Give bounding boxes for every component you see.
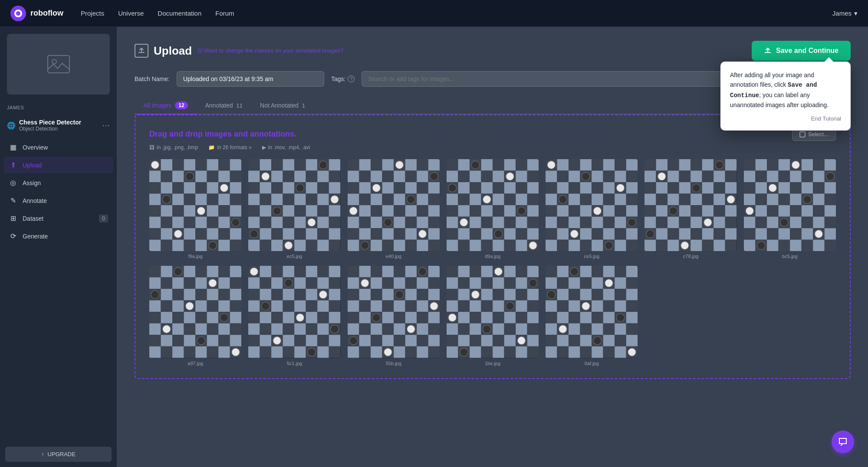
image-cell[interactable]: 55b.jpg [348, 266, 440, 366]
svg-rect-855 [592, 346, 603, 358]
svg-rect-35 [149, 205, 161, 217]
want-to-change-link[interactable]: ⓪ Want to change the classes on your ann… [197, 47, 343, 55]
nav-forum[interactable]: Forum [215, 8, 234, 19]
save-continue-button[interactable]: Save and Continue [752, 41, 851, 61]
svg-rect-594 [329, 278, 341, 289]
annotate-label: Annotate [23, 197, 47, 204]
sidebar-item-annotate[interactable]: ✎ Annotate [3, 192, 113, 209]
svg-rect-310 [580, 182, 592, 194]
svg-rect-773 [470, 335, 481, 347]
image-cell[interactable]: d9a.jpg [447, 159, 539, 259]
svg-rect-658 [428, 266, 440, 278]
svg-rect-299 [546, 171, 557, 183]
project-info[interactable]: 🌐 Chess Piece Detector Object Detection … [0, 114, 117, 137]
tab-annotated[interactable]: Annotated 11 [197, 97, 251, 114]
nav-universe[interactable]: Universe [118, 8, 144, 19]
svg-rect-516 [161, 278, 173, 289]
svg-rect-253 [470, 205, 481, 217]
svg-rect-475 [744, 217, 756, 229]
nav-documentation[interactable]: Documentation [158, 8, 201, 19]
sidebar-item-generate[interactable]: ⟳ Generate [3, 228, 113, 245]
svg-rect-458 [824, 182, 836, 194]
tags-help-icon[interactable]: ? [348, 75, 355, 82]
svg-rect-188 [359, 217, 371, 229]
image-cell[interactable]: 1be.jpg [447, 266, 539, 366]
image-cell[interactable]: a97.jpg [149, 266, 241, 366]
svg-rect-724 [458, 266, 470, 278]
svg-rect-105 [317, 194, 329, 206]
image-cell[interactable]: ce5.jpg [546, 159, 638, 259]
svg-rect-393 [714, 194, 726, 206]
svg-rect-86 [283, 171, 295, 183]
tab-not-annotated[interactable]: Not Annotated 1 [251, 97, 314, 114]
image-cell[interactable]: f9a.jpg [149, 159, 241, 259]
svg-rect-678 [382, 300, 394, 312]
svg-rect-367 [691, 159, 703, 171]
svg-rect-608 [306, 300, 318, 312]
svg-rect-846 [580, 335, 592, 347]
end-tutorial-link[interactable]: End Tutorial [730, 115, 841, 122]
main-layout: JAMES 🌐 Chess Piece Detector Object Dete… [0, 27, 868, 467]
svg-rect-124 [260, 228, 272, 240]
svg-rect-445 [767, 171, 779, 183]
svg-rect-12 [161, 171, 173, 183]
svg-point-866 [570, 268, 579, 276]
svg-rect-298 [626, 159, 638, 171]
more-options-icon[interactable]: ⋯ [102, 121, 110, 130]
tab-all-images[interactable]: All Images 12 [135, 97, 197, 114]
drop-zone[interactable]: Drag and drop images and annotations. Se… [135, 114, 851, 379]
image-filename: 0af.jpg [585, 361, 599, 366]
sidebar-item-overview[interactable]: ▦ Overview [3, 139, 113, 156]
svg-rect-531 [149, 300, 161, 312]
image-cell[interactable]: 0af.jpg [546, 266, 638, 366]
image-cell[interactable]: ec5.jpg [248, 159, 340, 259]
svg-point-215 [372, 184, 381, 192]
image-cell[interactable]: 5c1.jpg [248, 266, 340, 366]
svg-rect-441 [813, 159, 825, 171]
svg-rect-54 [184, 228, 196, 240]
svg-rect-321 [615, 194, 626, 206]
svg-rect-652 [359, 266, 371, 278]
svg-rect-641 [317, 346, 329, 358]
svg-rect-9 [218, 159, 230, 171]
sidebar-item-upload[interactable]: ⬆ Upload [3, 157, 113, 173]
svg-rect-424 [702, 240, 714, 251]
assign-label: Assign [23, 180, 41, 186]
image-filename: e40.jpg [386, 254, 401, 259]
sidebar-item-dataset[interactable]: ⊞ Dataset 0 [3, 210, 113, 227]
svg-rect-91 [248, 182, 260, 194]
image-cell[interactable]: bc5.jpg [744, 159, 836, 259]
svg-rect-804 [557, 278, 569, 289]
svg-rect-674 [428, 289, 440, 300]
svg-rect-556 [161, 335, 173, 347]
svg-point-67 [151, 161, 159, 169]
user-menu[interactable]: James ▾ [832, 10, 858, 17]
image-cell[interactable]: e40.jpg [348, 159, 440, 259]
image-filename: f9a.jpg [188, 254, 203, 259]
svg-point-1 [52, 59, 56, 64]
chevron-down-icon: ▾ [854, 10, 858, 17]
svg-rect-240 [504, 182, 516, 194]
svg-rect-558 [184, 335, 196, 347]
svg-rect-122 [329, 217, 341, 229]
batch-name-input[interactable] [177, 71, 324, 87]
svg-point-434 [646, 230, 654, 238]
svg-rect-555 [149, 335, 161, 347]
svg-rect-276 [458, 240, 470, 251]
image-cell[interactable]: c78.jpg [644, 159, 736, 259]
svg-point-645 [319, 291, 327, 299]
svg-rect-277 [470, 240, 481, 251]
svg-rect-49 [218, 217, 230, 229]
svg-point-864 [593, 336, 602, 345]
svg-point-427 [727, 196, 735, 204]
svg-rect-56 [207, 228, 219, 240]
sidebar-item-assign[interactable]: ◎ Assign [3, 174, 113, 191]
svg-rect-539 [149, 312, 161, 323]
image-filename: 55b.jpg [386, 361, 401, 366]
logo[interactable]: roboflow [10, 6, 63, 21]
upgrade-button[interactable]: ↑ UPGRADE [5, 447, 112, 462]
image-thumbnail [447, 159, 539, 251]
svg-rect-256 [504, 205, 516, 217]
nav-projects[interactable]: Projects [81, 8, 104, 19]
chat-button[interactable] [832, 431, 854, 453]
